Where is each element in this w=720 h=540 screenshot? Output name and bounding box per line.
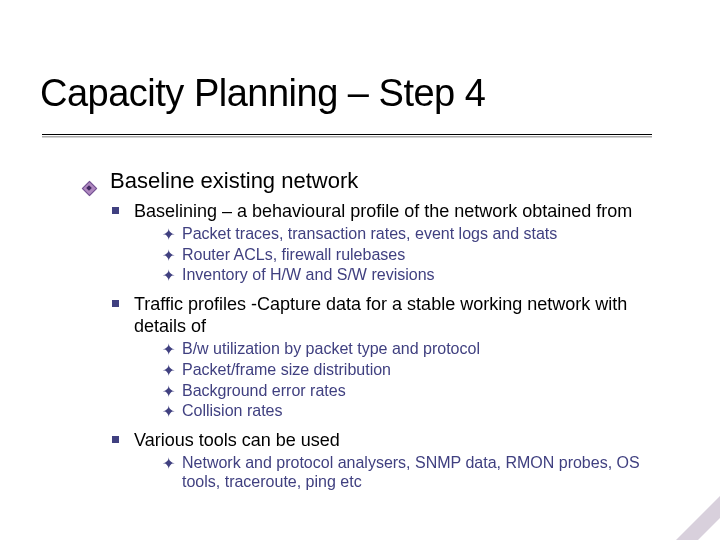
sparkle-icon: ✦: [162, 225, 175, 245]
l2-text: Various tools can be used: [134, 430, 340, 450]
slide-title: Capacity Planning – Step 4: [40, 72, 485, 115]
bullet-level2: Various tools can be used: [112, 429, 682, 451]
diamond-icon: [82, 174, 95, 200]
square-icon: [112, 436, 119, 443]
list-item: Traffic profiles -Capture data for a sta…: [82, 293, 682, 421]
sparkle-icon: ✦: [162, 361, 175, 381]
bullet-level3: ✦ Background error rates: [162, 381, 682, 401]
l3-text: Inventory of H/W and S/W revisions: [182, 266, 435, 283]
l2-text: Traffic profiles -Capture data for a sta…: [134, 294, 627, 336]
slide: Capacity Planning – Step 4 Baseline exis…: [0, 0, 720, 540]
sparkle-icon: ✦: [162, 340, 175, 360]
bullet-level3: ✦ Inventory of H/W and S/W revisions: [162, 265, 682, 285]
l3-text: Packet/frame size distribution: [182, 361, 391, 378]
sparkle-icon: ✦: [162, 266, 175, 286]
square-icon: [112, 207, 119, 214]
bullet-level3: ✦ Packet/frame size distribution: [162, 360, 682, 380]
bullet-level3: ✦ Router ACLs, firewall rulebases: [162, 245, 682, 265]
sparkle-icon: ✦: [162, 454, 175, 474]
bullet-level1: Baseline existing network: [82, 168, 682, 194]
bullet-level2: Traffic profiles -Capture data for a sta…: [112, 293, 682, 338]
l3-text: Background error rates: [182, 382, 346, 399]
square-icon: [112, 300, 119, 307]
sparkle-icon: ✦: [162, 246, 175, 266]
l3-text: Router ACLs, firewall rulebases: [182, 246, 405, 263]
bullet-level3: ✦ B/w utilization by packet type and pro…: [162, 339, 682, 359]
l2-text: Baselining – a behavioural profile of th…: [134, 201, 632, 221]
l3-text: Network and protocol analysers, SNMP dat…: [182, 454, 640, 491]
list-item: Various tools can be used ✦ Network and …: [82, 429, 682, 492]
bullet-level3: ✦ Packet traces, transaction rates, even…: [162, 224, 682, 244]
title-underline: [42, 134, 652, 136]
l3-text: Packet traces, transaction rates, event …: [182, 225, 557, 242]
list-item: Baselining – a behavioural profile of th…: [82, 200, 682, 285]
page-curl-icon: [676, 496, 720, 540]
l1-text: Baseline existing network: [110, 168, 358, 193]
l3-text: B/w utilization by packet type and proto…: [182, 340, 480, 357]
l3-text: Collision rates: [182, 402, 282, 419]
bullet-level3: ✦ Network and protocol analysers, SNMP d…: [162, 453, 682, 492]
slide-body: Baseline existing network Baselining – a…: [82, 168, 682, 500]
bullet-level2: Baselining – a behavioural profile of th…: [112, 200, 682, 222]
sparkle-icon: ✦: [162, 402, 175, 422]
sparkle-icon: ✦: [162, 382, 175, 402]
bullet-level3: ✦ Collision rates: [162, 401, 682, 421]
